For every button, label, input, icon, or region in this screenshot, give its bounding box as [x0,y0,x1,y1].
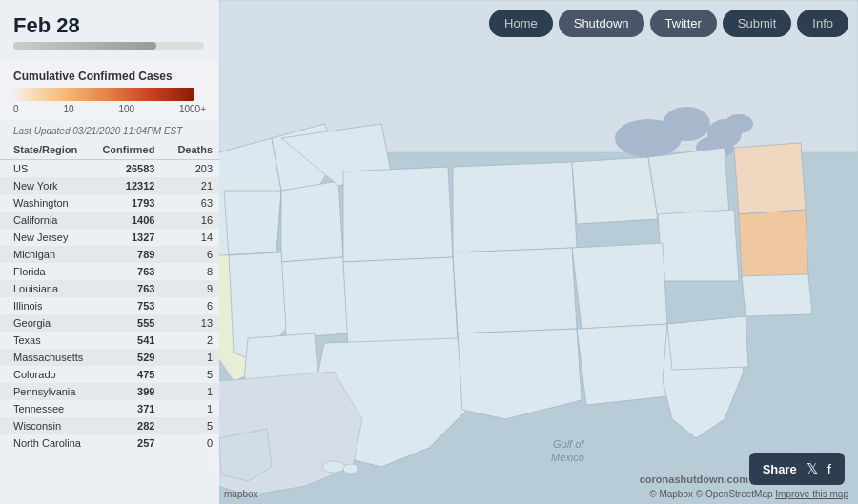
table-row: Pennsylvania3991 [0,383,219,400]
confirmed-cell: 1327 [89,229,164,246]
copyright: © Mapbox © OpenStreetMap Improve this ma… [649,489,848,499]
svg-point-36 [343,464,358,474]
nav-twitter[interactable]: Twitter [650,10,717,37]
deaths-cell: 8 [164,263,219,280]
table-row: New York1231221 [0,177,219,194]
facebook-share-icon[interactable]: f [827,461,831,477]
svg-marker-9 [224,191,281,255]
improve-text[interactable]: Improve this map [775,489,848,499]
confirmed-cell: 753 [89,297,164,314]
state-cell: Washington [0,194,89,212]
state-cell: Tennessee [0,400,89,417]
deaths-cell: 5 [164,417,219,434]
svg-text:Gulf of: Gulf of [553,438,584,450]
progress-bar-container [13,42,204,50]
confirmed-cell: 282 [89,417,164,434]
confirmed-cell: 541 [89,332,164,349]
deaths-cell: 21 [164,177,219,194]
deaths-cell: 0 [164,434,219,452]
svg-marker-11 [281,181,343,262]
deaths-cell: 63 [164,194,219,212]
svg-marker-17 [343,257,458,348]
svg-marker-22 [658,210,739,281]
table-row: California140616 [0,212,219,229]
svg-point-38 [782,424,820,453]
table-row: Louisiana7639 [0,280,219,297]
table-row: Colorado4755 [0,366,219,383]
svg-marker-24 [453,248,577,333]
state-cell: California [0,212,89,229]
share-bar[interactable]: Share 𝕏 f [749,453,845,485]
svg-marker-20 [572,157,658,224]
svg-marker-12 [281,257,348,338]
table-row: Georgia55513 [0,314,219,332]
deaths-cell: 6 [164,246,219,263]
svg-point-35 [322,461,345,473]
table-row: Michigan7896 [0,246,219,263]
nav-info[interactable]: Info [797,10,848,37]
state-cell: Wisconsin [0,417,89,434]
deaths-cell: 203 [164,160,219,178]
table-row: New Jersey132714 [0,229,219,246]
confirmed-cell: 475 [89,366,164,383]
twitter-share-icon[interactable]: 𝕏 [807,460,818,477]
legend-title: Cumulative Confirmed Cases [13,70,206,83]
confirmed-cell: 529 [89,349,164,366]
svg-marker-23 [572,243,667,329]
table-row: Florida7638 [0,263,219,280]
table-body: US26583203New York1231221Washington17936… [0,160,219,453]
deaths-cell: 5 [164,366,219,383]
nav-shutdown[interactable]: Shutdown [559,10,644,37]
confirmed-cell: 1793 [89,194,164,212]
state-cell: Illinois [0,297,89,314]
table-row: Texas5412 [0,332,219,349]
legend-label-2: 100 [118,104,134,114]
confirmed-cell: 763 [89,280,164,297]
nav-submit[interactable]: Submit [723,10,791,37]
table-row: Massachusetts5291 [0,349,219,366]
deaths-cell: 14 [164,229,219,246]
svg-marker-29 [739,210,808,278]
confirmed-cell: 257 [89,434,164,452]
state-cell: New Jersey [0,229,89,246]
date-text: Feb 28 [13,13,80,37]
svg-marker-26 [577,324,677,405]
table-header-row: State/Region Confirmed Deaths [0,140,219,160]
sidebar: Cumulative Confirmed Cases 0 10 100 1000… [0,0,219,504]
table-row: Tennessee3711 [0,400,219,417]
deaths-cell: 1 [164,349,219,366]
legend-section: Cumulative Confirmed Cases 0 10 100 1000… [0,62,219,120]
top-nav: Home Shutdown Twitter Submit Info [489,10,848,37]
date-display: Feb 28 [13,13,80,38]
table-row: Illinois7536 [0,297,219,314]
progress-bar [13,42,156,50]
deaths-cell: 9 [164,280,219,297]
table-row: North Carolina2570 [0,434,219,452]
table-row: Wisconsin2825 [0,417,219,434]
state-cell: Florida [0,263,89,280]
deaths-cell: 6 [164,297,219,314]
mapbox-label: mapbox [224,489,258,499]
confirmed-cell: 789 [89,246,164,263]
col-confirmed: Confirmed [89,140,164,160]
confirmed-cell: 12312 [89,177,164,194]
state-cell: US [0,160,89,178]
svg-point-3 [663,107,710,141]
confirmed-cell: 763 [89,263,164,280]
legend-labels: 0 10 100 1000+ [13,104,206,114]
state-cell: Texas [0,332,89,349]
legend-bar [13,88,194,101]
nav-home[interactable]: Home [489,10,553,37]
svg-marker-28 [734,143,806,214]
watermark: coronashutdown.com [640,474,748,485]
svg-marker-19 [453,162,577,252]
confirmed-cell: 26583 [89,160,164,178]
state-cell: Georgia [0,314,89,332]
watermark-text: coronashutdown.com [640,474,748,485]
legend-label-0: 0 [13,104,19,114]
table-row: Washington179363 [0,194,219,212]
last-updated: Last Updated 03/21/2020 11:04PM EST [0,120,219,140]
svg-marker-31 [667,316,748,370]
svg-marker-21 [648,148,729,219]
deaths-cell: 13 [164,314,219,332]
